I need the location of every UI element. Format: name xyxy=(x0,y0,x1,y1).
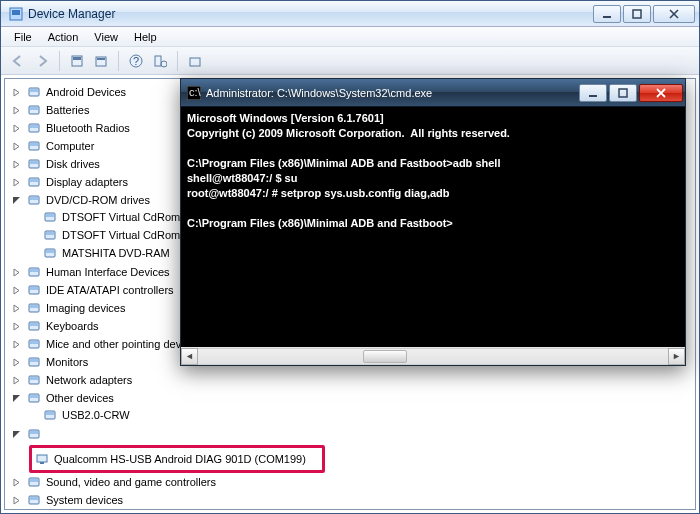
tree-item-label: Display adapters xyxy=(46,174,128,190)
cmd-maximize-button[interactable] xyxy=(609,84,637,102)
highlighted-device-label: Qualcomm HS-USB Android DIAG 901D (COM19… xyxy=(54,451,306,467)
svg-rect-24 xyxy=(30,161,38,164)
port-icon xyxy=(34,451,50,467)
expand-icon[interactable] xyxy=(11,285,22,296)
scroll-track[interactable] xyxy=(198,348,668,365)
tree-item[interactable]: USB2.0-CRW xyxy=(27,406,695,424)
minimize-button[interactable] xyxy=(593,5,621,23)
cmd-minimize-button[interactable] xyxy=(579,84,607,102)
toolbar-icon-1[interactable] xyxy=(66,50,88,72)
device-icon xyxy=(26,138,42,154)
toolbar-scan-icon[interactable] xyxy=(149,50,171,72)
toolbar: ? xyxy=(1,47,699,75)
device-manager-title: Device Manager xyxy=(28,7,591,21)
tree-item[interactable]: Universal Serial Bus controllers xyxy=(11,509,695,510)
cmd-window[interactable]: c:\ Administrator: C:\Windows\System32\c… xyxy=(180,78,686,366)
device-icon xyxy=(26,318,42,334)
expand-icon[interactable] xyxy=(11,267,22,278)
device-icon xyxy=(26,156,42,172)
svg-rect-66 xyxy=(619,89,627,97)
tree-item[interactable]: Sound, video and game controllers xyxy=(11,473,695,491)
toolbar-icon-2[interactable] xyxy=(90,50,112,72)
svg-rect-50 xyxy=(30,395,38,398)
close-button[interactable] xyxy=(653,5,695,23)
device-icon xyxy=(26,102,42,118)
device-icon xyxy=(26,336,42,352)
expand-icon[interactable] xyxy=(11,477,22,488)
scroll-right-button[interactable]: ► xyxy=(668,348,685,365)
expand-icon[interactable] xyxy=(11,177,22,188)
menu-action[interactable]: Action xyxy=(40,29,87,45)
cmd-titlebar[interactable]: c:\ Administrator: C:\Windows\System32\c… xyxy=(181,79,685,107)
expand-icon[interactable] xyxy=(11,339,22,350)
scroll-thumb[interactable] xyxy=(363,350,407,363)
tree-item-label: Disk drives xyxy=(46,156,100,172)
cmd-body[interactable]: Microsoft Windows [Version 6.1.7601] Cop… xyxy=(181,107,685,347)
device-icon xyxy=(26,372,42,388)
menu-view[interactable]: View xyxy=(86,29,126,45)
svg-rect-26 xyxy=(30,179,38,182)
cmd-horizontal-scrollbar[interactable]: ◄ ► xyxy=(181,347,685,365)
svg-rect-28 xyxy=(30,197,38,200)
expand-icon[interactable] xyxy=(11,123,22,134)
expand-icon[interactable] xyxy=(11,303,22,314)
scroll-left-button[interactable]: ◄ xyxy=(181,348,198,365)
device-manager-titlebar[interactable]: Device Manager xyxy=(1,1,699,27)
svg-rect-7 xyxy=(73,57,81,60)
toolbar-icon-5[interactable] xyxy=(184,50,206,72)
svg-rect-56 xyxy=(40,462,44,464)
tree-item-label: Batteries xyxy=(46,102,89,118)
tree-item[interactable]: Network adapters xyxy=(11,371,695,389)
svg-rect-52 xyxy=(46,412,54,415)
svg-rect-9 xyxy=(97,58,105,60)
tree-item-label: Android Devices xyxy=(46,84,126,100)
menu-help[interactable]: Help xyxy=(126,29,165,45)
tree-item[interactable]: System devices xyxy=(11,491,695,509)
cmd-close-button[interactable] xyxy=(639,84,683,102)
menu-file[interactable]: File xyxy=(6,29,40,45)
svg-rect-20 xyxy=(30,125,38,128)
device-icon xyxy=(42,407,58,423)
svg-rect-2 xyxy=(603,16,611,18)
expand-icon[interactable] xyxy=(11,105,22,116)
svg-rect-46 xyxy=(30,359,38,362)
tree-item-label: Human Interface Devices xyxy=(46,264,170,280)
cmd-line-0: Microsoft Windows [Version 6.1.7601] xyxy=(187,112,384,124)
collapse-icon[interactable] xyxy=(11,429,22,440)
expand-icon[interactable] xyxy=(11,495,22,506)
highlighted-device-row[interactable]: Qualcomm HS-USB Android DIAG 901D (COM19… xyxy=(29,445,325,473)
device-icon xyxy=(42,245,58,261)
maximize-button[interactable] xyxy=(623,5,651,23)
expand-icon[interactable] xyxy=(11,357,22,368)
device-icon xyxy=(26,474,42,490)
tree-item-label: IDE ATA/ATAPI controllers xyxy=(46,282,174,298)
tree-item[interactable]: Other devicesUSB2.0-CRW xyxy=(11,389,695,425)
svg-text:c:\: c:\ xyxy=(189,86,201,98)
expand-icon[interactable] xyxy=(11,141,22,152)
svg-rect-36 xyxy=(30,269,38,272)
device-icon xyxy=(26,192,42,208)
tree-item-label: Bluetooth Radios xyxy=(46,120,130,136)
svg-text:?: ? xyxy=(133,55,139,67)
toolbar-help-icon[interactable]: ? xyxy=(125,50,147,72)
expand-icon[interactable] xyxy=(11,87,22,98)
device-icon xyxy=(26,264,42,280)
svg-rect-3 xyxy=(633,10,641,18)
svg-rect-48 xyxy=(30,377,38,380)
tree-item-label: Imaging devices xyxy=(46,300,126,316)
nav-forward-button xyxy=(31,50,53,72)
tree-item-label: Mice and other pointing devices xyxy=(46,336,201,352)
svg-rect-18 xyxy=(30,107,38,110)
device-icon xyxy=(26,84,42,100)
expand-icon[interactable] xyxy=(11,375,22,386)
svg-rect-55 xyxy=(37,455,47,462)
expand-icon[interactable] xyxy=(11,159,22,170)
collapse-icon[interactable] xyxy=(11,195,22,206)
expand-icon[interactable] xyxy=(11,321,22,332)
svg-rect-14 xyxy=(190,58,200,66)
svg-rect-30 xyxy=(46,214,54,217)
collapse-icon[interactable] xyxy=(11,393,22,404)
tree-item-label: Computer xyxy=(46,138,94,154)
svg-rect-54 xyxy=(30,431,38,434)
tree-item[interactable]: . xyxy=(11,425,695,443)
